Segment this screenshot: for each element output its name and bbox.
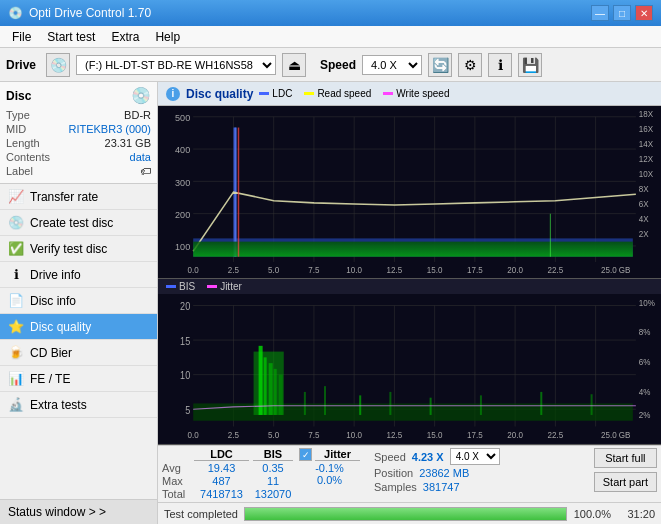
content-area: i Disc quality LDC Read speed Write spee… (158, 82, 661, 524)
status-window-label: Status window > > (8, 505, 106, 519)
stats-total-row: Total 7418713 132070 (162, 488, 293, 500)
svg-text:20: 20 (180, 301, 191, 313)
svg-text:10.0: 10.0 (346, 430, 362, 441)
legend2-bis: BIS (166, 281, 195, 292)
nav-disc-info[interactable]: 📄 Disc info (0, 288, 157, 314)
nav-drive-info-label: Drive info (30, 268, 81, 282)
menu-extra[interactable]: Extra (103, 28, 147, 46)
nav-verify-test-disc[interactable]: ✅ Verify test disc (0, 236, 157, 262)
nav-fe-te[interactable]: 📊 FE / TE (0, 366, 157, 392)
svg-text:18X: 18X (639, 108, 654, 118)
app-title: Opti Drive Control 1.70 (29, 6, 151, 20)
disc-length-label: Length (6, 137, 40, 149)
svg-text:12X: 12X (639, 154, 654, 164)
minimize-button[interactable]: — (591, 5, 609, 21)
ldc-header: LDC (194, 448, 249, 461)
bottom-stats-section: LDC BIS Avg 19.43 0.35 Max 487 11 Tota (158, 445, 661, 524)
svg-rect-77 (274, 369, 277, 415)
progress-bar-fill (245, 508, 566, 520)
progress-bar-container (244, 507, 567, 521)
svg-text:4%: 4% (639, 387, 651, 398)
svg-rect-79 (304, 392, 306, 415)
nav-disc-quality[interactable]: ⭐ Disc quality (0, 314, 157, 340)
svg-text:20.0: 20.0 (507, 430, 523, 441)
svg-rect-74 (259, 346, 263, 415)
max-ldc-value: 487 (194, 475, 249, 487)
chart-legend: LDC Read speed Write speed (259, 88, 449, 99)
svg-rect-78 (279, 375, 283, 415)
speed-row: Speed 4.23 X 4.0 X (374, 448, 500, 465)
disc-quality-icon: ⭐ (8, 319, 24, 334)
svg-text:6%: 6% (639, 357, 651, 368)
svg-text:2X: 2X (639, 229, 649, 239)
refresh-button[interactable]: 🔄 (428, 53, 452, 77)
disc-panel-icon[interactable]: 💿 (131, 86, 151, 105)
action-buttons: Start full Start part (594, 448, 657, 492)
svg-text:5.0: 5.0 (268, 265, 280, 275)
nav-cd-bier[interactable]: 🍺 CD Bier (0, 340, 157, 366)
time-display: 31:20 (617, 508, 655, 520)
legend-ldc: LDC (259, 88, 292, 99)
nav-extra-tests[interactable]: 🔬 Extra tests (0, 392, 157, 418)
total-label: Total (162, 488, 190, 500)
jitter-header: Jitter (315, 448, 360, 461)
info-button[interactable]: ℹ (488, 53, 512, 77)
speed-stat-select[interactable]: 4.0 X (450, 448, 500, 465)
position-label: Position (374, 467, 413, 479)
disc-quality-icon-badge: i (166, 87, 180, 101)
sidebar: Disc 💿 Type BD-R MID RITEKBR3 (000) Leng… (0, 82, 158, 524)
chart2-svg: 20 15 10 5 10% 8% 6% 4% 2% (158, 294, 661, 444)
progress-percent: 100.0% (573, 508, 611, 520)
extra-tests-icon: 🔬 (8, 397, 24, 412)
stats-avg-row: Avg 19.43 0.35 (162, 462, 293, 474)
disc-type-label: Type (6, 109, 30, 121)
svg-text:22.5: 22.5 (548, 430, 564, 441)
legend-read-speed-label: Read speed (317, 88, 371, 99)
nav-transfer-rate[interactable]: 📈 Transfer rate (0, 184, 157, 210)
svg-text:4X: 4X (639, 214, 649, 224)
title-bar-left: 💿 Opti Drive Control 1.70 (8, 6, 151, 20)
start-part-button[interactable]: Start part (594, 472, 657, 492)
speed-select[interactable]: 4.0 X (362, 55, 422, 75)
drive-icon-btn[interactable]: 💿 (46, 53, 70, 77)
menu-file[interactable]: File (4, 28, 39, 46)
nav-drive-info[interactable]: ℹ Drive info (0, 262, 157, 288)
settings-button[interactable]: ⚙ (458, 53, 482, 77)
svg-text:7.5: 7.5 (308, 265, 320, 275)
nav-fe-te-label: FE / TE (30, 372, 70, 386)
svg-rect-86 (591, 394, 593, 415)
nav-disc-info-label: Disc info (30, 294, 76, 308)
eject-button[interactable]: ⏏ (282, 53, 306, 77)
svg-text:17.5: 17.5 (467, 265, 483, 275)
read-speed-color-dot (304, 92, 314, 95)
close-button[interactable]: ✕ (635, 5, 653, 21)
svg-text:10%: 10% (639, 297, 655, 308)
save-button[interactable]: 💾 (518, 53, 542, 77)
fe-te-icon: 📊 (8, 371, 24, 386)
nav-create-test-disc-label: Create test disc (30, 216, 113, 230)
verify-test-disc-icon: ✅ (8, 241, 24, 256)
svg-rect-80 (324, 386, 326, 415)
start-full-button[interactable]: Start full (594, 448, 657, 468)
svg-text:12.5: 12.5 (387, 265, 403, 275)
menu-help[interactable]: Help (147, 28, 188, 46)
disc-contents-value[interactable]: data (130, 151, 151, 163)
svg-text:22.5: 22.5 (548, 265, 564, 275)
svg-text:5: 5 (185, 404, 190, 416)
drive-select[interactable]: (F:) HL-DT-ST BD-RE WH16NS58 TST4 (76, 55, 276, 75)
menu-start-test[interactable]: Start test (39, 28, 103, 46)
disc-contents-row: Contents data (6, 151, 151, 163)
status-window-button[interactable]: Status window > > (0, 499, 157, 524)
nav-create-test-disc[interactable]: 💿 Create test disc (0, 210, 157, 236)
chart2-wrapper: 20 15 10 5 10% 8% 6% 4% 2% (158, 294, 661, 445)
svg-text:5.0: 5.0 (268, 430, 279, 441)
stats-header-row: LDC BIS (162, 448, 293, 461)
svg-text:300: 300 (175, 177, 190, 187)
disc-panel-header: Disc 💿 (6, 86, 151, 105)
total-bis-value: 132070 (253, 488, 293, 500)
position-row: Position 23862 MB (374, 467, 500, 479)
total-ldc-value: 7418713 (194, 488, 249, 500)
jitter-checkbox[interactable]: ✓ (299, 448, 312, 461)
maximize-button[interactable]: □ (613, 5, 631, 21)
disc-length-value: 23.31 GB (105, 137, 151, 149)
